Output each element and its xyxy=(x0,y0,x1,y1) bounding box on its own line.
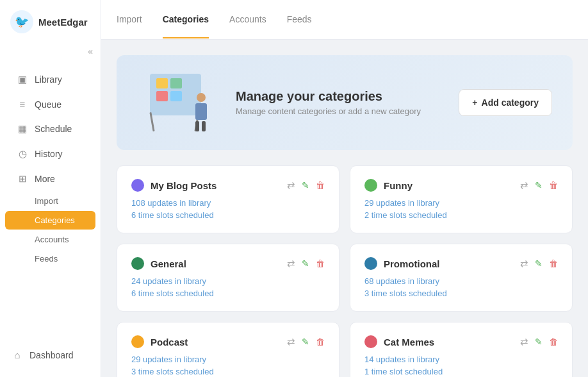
sidebar-item-more[interactable]: ⊞ More xyxy=(5,167,95,191)
collapse-button[interactable]: « xyxy=(88,46,93,56)
tab-feeds[interactable]: Feeds xyxy=(287,1,312,38)
card-header: General ⇄ ✎ 🗑 xyxy=(131,257,325,270)
sidebar-bottom-label: Dashboard xyxy=(29,350,74,360)
card-header: Funny ⇄ ✎ 🗑 xyxy=(364,179,558,192)
hero-subtitle: Manage content categories or add a new c… xyxy=(236,106,459,116)
delete-icon[interactable]: 🗑 xyxy=(549,337,558,347)
category-updates: 29 updates in library xyxy=(364,198,558,208)
category-card-my-blog-posts: My Blog Posts ⇄ ✎ 🗑 108 updates in libra… xyxy=(117,165,339,233)
logo-icon: 🐦 xyxy=(10,10,33,33)
schedule-icon: ▦ xyxy=(17,123,28,135)
category-slots: 3 time slots scheduled xyxy=(364,289,558,298)
category-name: Podcast xyxy=(151,337,188,348)
sidebar-item-label: Queue xyxy=(35,99,61,110)
card-header: Podcast ⇄ ✎ 🗑 xyxy=(131,335,325,348)
shuffle-icon[interactable]: ⇄ xyxy=(520,180,528,191)
add-icon: + xyxy=(472,97,477,108)
more-icon: ⊞ xyxy=(17,173,28,185)
hero-text: Manage your categories Manage content ca… xyxy=(236,89,459,116)
card-left: Podcast xyxy=(131,335,188,348)
library-icon: ▣ xyxy=(17,74,28,85)
category-slots: 6 time slots scheduled xyxy=(131,210,325,220)
category-card-cat-memes: Cat Memes ⇄ ✎ 🗑 14 updates in library 1 … xyxy=(350,322,573,377)
edit-icon[interactable]: ✎ xyxy=(302,180,309,190)
edit-icon[interactable]: ✎ xyxy=(535,180,543,190)
card-header: My Blog Posts ⇄ ✎ 🗑 xyxy=(131,179,325,192)
hero-banner: Manage your categories Manage content ca… xyxy=(117,55,573,150)
card-left: General xyxy=(131,257,186,270)
category-slots: 2 time slots scheduled xyxy=(364,210,558,220)
add-button-label: Add category xyxy=(482,97,539,108)
category-dot xyxy=(131,257,144,270)
edit-icon[interactable]: ✎ xyxy=(302,337,309,347)
edit-icon[interactable]: ✎ xyxy=(535,337,543,347)
category-card-funny: Funny ⇄ ✎ 🗑 29 updates in library 2 time… xyxy=(350,165,573,233)
sidebar-item-library[interactable]: ▣ Library xyxy=(5,67,95,92)
edit-icon[interactable]: ✎ xyxy=(535,258,543,269)
category-updates: 108 updates in library xyxy=(131,198,325,208)
tab-categories[interactable]: Categories xyxy=(163,1,209,38)
queue-icon: ≡ xyxy=(17,99,28,110)
top-nav: Import Categories Accounts Feeds xyxy=(101,0,588,40)
category-card-general: General ⇄ ✎ 🗑 24 updates in library 6 ti… xyxy=(117,244,339,312)
category-dot xyxy=(364,257,377,270)
category-name: General xyxy=(151,258,186,269)
category-card-podcast: Podcast ⇄ ✎ 🗑 29 updates in library 3 ti… xyxy=(117,322,339,377)
shuffle-icon[interactable]: ⇄ xyxy=(287,258,295,269)
card-left: Promotional xyxy=(364,257,440,270)
category-slots: 1 time slot scheduled xyxy=(364,367,558,376)
card-header: Promotional ⇄ ✎ 🗑 xyxy=(364,257,558,270)
tab-accounts[interactable]: Accounts xyxy=(229,1,266,38)
categories-grid: My Blog Posts ⇄ ✎ 🗑 108 updates in libra… xyxy=(117,165,573,377)
shuffle-icon[interactable]: ⇄ xyxy=(287,180,295,191)
category-dot xyxy=(131,179,144,192)
card-header: Cat Memes ⇄ ✎ 🗑 xyxy=(364,335,558,348)
category-card-promotional: Promotional ⇄ ✎ 🗑 68 updates in library … xyxy=(350,244,573,312)
sidebar-item-queue[interactable]: ≡ Queue xyxy=(5,92,95,116)
card-actions: ⇄ ✎ 🗑 xyxy=(287,180,325,191)
category-dot xyxy=(364,335,377,348)
sidebar-sub-item-import[interactable]: Import xyxy=(5,192,95,210)
sidebar-item-history[interactable]: ◷ History xyxy=(5,142,95,166)
delete-icon[interactable]: 🗑 xyxy=(316,258,325,269)
category-slots: 6 time slots scheduled xyxy=(131,289,325,298)
category-updates: 29 updates in library xyxy=(131,355,325,364)
edit-icon[interactable]: ✎ xyxy=(302,258,309,269)
category-slots: 3 time slots scheduled xyxy=(131,367,325,376)
sidebar-sub-item-accounts[interactable]: Accounts xyxy=(5,230,95,249)
category-name: Promotional xyxy=(384,258,440,269)
category-updates: 14 updates in library xyxy=(364,355,558,364)
sidebar-sub-item-feeds[interactable]: Feeds xyxy=(5,249,95,268)
card-actions: ⇄ ✎ 🗑 xyxy=(520,258,558,269)
category-updates: 68 updates in library xyxy=(364,276,558,286)
shuffle-icon[interactable]: ⇄ xyxy=(520,258,528,269)
main-content: Import Categories Accounts Feeds xyxy=(101,0,588,377)
card-actions: ⇄ ✎ 🗑 xyxy=(287,336,325,348)
shuffle-icon[interactable]: ⇄ xyxy=(520,336,528,348)
card-actions: ⇄ ✎ 🗑 xyxy=(287,258,325,269)
sidebar: 🐦 MeetEdgar « ▣ Library ≡ Queue ▦ Schedu… xyxy=(0,0,101,377)
add-category-button[interactable]: + Add category xyxy=(459,89,552,116)
sidebar-item-label: History xyxy=(35,149,63,159)
tab-import[interactable]: Import xyxy=(117,1,142,38)
card-left: My Blog Posts xyxy=(131,179,216,192)
sidebar-item-label: Library xyxy=(35,74,62,85)
sidebar-item-label: More xyxy=(35,174,55,184)
card-actions: ⇄ ✎ 🗑 xyxy=(520,336,558,348)
delete-icon[interactable]: 🗑 xyxy=(549,180,558,190)
delete-icon[interactable]: 🗑 xyxy=(316,180,325,190)
shuffle-icon[interactable]: ⇄ xyxy=(287,336,295,348)
sidebar-collapse[interactable]: « xyxy=(0,46,101,67)
sidebar-sub-item-categories[interactable]: Categories xyxy=(5,211,95,230)
sidebar-item-dashboard[interactable]: ⌂ Dashboard xyxy=(0,343,101,367)
sidebar-item-label: Schedule xyxy=(35,124,72,134)
category-dot xyxy=(364,179,377,192)
logo: 🐦 MeetEdgar xyxy=(0,10,101,46)
app-name: MeetEdgar xyxy=(38,17,88,28)
history-icon: ◷ xyxy=(17,148,28,160)
delete-icon[interactable]: 🗑 xyxy=(549,258,558,269)
sidebar-item-schedule[interactable]: ▦ Schedule xyxy=(5,117,95,141)
sidebar-nav: ▣ Library ≡ Queue ▦ Schedule ◷ History ⊞… xyxy=(0,67,101,343)
card-left: Funny xyxy=(364,179,412,192)
delete-icon[interactable]: 🗑 xyxy=(316,337,325,347)
